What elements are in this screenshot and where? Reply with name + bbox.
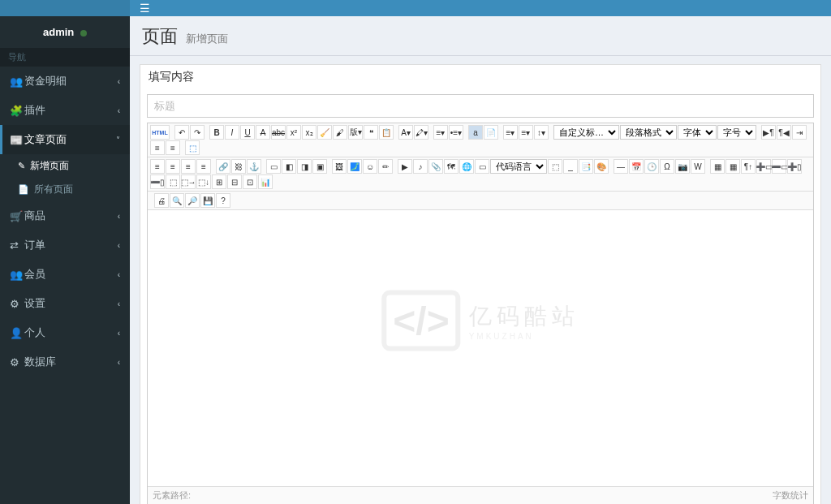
autotypeset-button[interactable]: 版▾ (348, 125, 363, 140)
print-button[interactable]: 🖨 (154, 193, 169, 208)
sidebar-item-orders[interactable]: ⇄ 订单 ‹ (0, 230, 130, 260)
fontborder-button[interactable]: A (256, 125, 270, 140)
superscript-button[interactable]: x² (286, 125, 301, 140)
splittocells-button[interactable]: ⊞ (212, 174, 226, 189)
sidebar-item-database[interactable]: ⚙ 数据库 ‹ (0, 347, 130, 377)
sidebar-subitem-new-page[interactable]: ✎ 新增页面 (0, 154, 130, 178)
code-language-select[interactable]: 代码语言 (490, 159, 547, 174)
lineheight-button[interactable]: ↕▾ (534, 125, 549, 140)
date-button[interactable]: 📅 (629, 159, 644, 174)
blockquote-button[interactable]: ❝ (364, 125, 378, 140)
selectall-button[interactable]: a (468, 125, 483, 140)
snapscreen-button[interactable]: 📷 (675, 159, 690, 174)
underline-button[interactable]: U (240, 125, 255, 140)
emotion-button[interactable]: ☺ (363, 159, 377, 174)
word-count[interactable]: 字数统计 (773, 489, 808, 502)
unlink-button[interactable]: ⛓ (231, 159, 246, 174)
subscript-button[interactable]: x₂ (302, 125, 316, 140)
bold-button[interactable]: B (209, 125, 224, 140)
insertframe-button[interactable]: ▭ (475, 159, 489, 174)
music-button[interactable]: ♪ (413, 159, 428, 174)
pasteplain-button[interactable]: 📋 (379, 125, 394, 140)
preview-button[interactable]: 🔍 (170, 193, 184, 208)
pagebreak-button[interactable]: ⎯ (563, 159, 578, 174)
mergecells-button[interactable]: ⬚ (166, 174, 180, 189)
sidebar-item-funds[interactable]: 👥 资金明细 ‹ (0, 67, 130, 96)
insertrow-button[interactable]: ➕▭ (756, 159, 771, 174)
indent-button[interactable]: ⇥ (792, 125, 807, 140)
forecolor-button[interactable]: A▾ (398, 125, 413, 140)
link-button[interactable]: 🔗 (216, 159, 230, 174)
image-left-button[interactable]: ◧ (282, 159, 296, 174)
dir-rtl-button[interactable]: ¶◀ (777, 125, 791, 140)
html-source-button[interactable]: HTML (150, 125, 170, 140)
deletetable-button[interactable]: ▦ (726, 159, 740, 174)
editor-canvas[interactable]: </> 亿码酷站 YMKUZHAN (148, 210, 813, 486)
align-center-button[interactable]: ≡ (166, 159, 180, 174)
ordered-list-button[interactable]: ≡▾ (433, 125, 448, 140)
redo-button[interactable]: ↷ (190, 125, 205, 140)
paragraph-format-select[interactable]: 段落格式 (620, 125, 677, 140)
unordered-list-button[interactable]: •≡▾ (449, 125, 463, 140)
splittorows-button[interactable]: ⊟ (227, 174, 242, 189)
spechars-button[interactable]: Ω (660, 159, 674, 174)
image-none-button[interactable]: ▭ (266, 159, 281, 174)
rowspacing-bottom-button[interactable]: ≡▾ (519, 125, 533, 140)
charts-button[interactable]: 📊 (258, 174, 273, 189)
strikethrough-button[interactable]: abc (271, 125, 286, 140)
insert-image-button[interactable]: 🖼 (332, 159, 347, 174)
custom-style-select[interactable]: 自定义标… (553, 125, 619, 140)
background-button[interactable]: 🎨 (594, 159, 609, 174)
hamburger-icon[interactable]: ☰ (140, 2, 150, 15)
align-left-button[interactable]: ≡ (150, 140, 165, 155)
help-button[interactable]: ? (216, 193, 230, 208)
time-button[interactable]: 🕒 (644, 159, 659, 174)
wordimage-button[interactable]: W (691, 159, 705, 174)
gmap-button[interactable]: 🌐 (459, 159, 474, 174)
sidebar-item-settings[interactable]: ⚙ 设置 ‹ (0, 289, 130, 318)
drafts-button[interactable]: 💾 (200, 193, 215, 208)
sidebar-item-members[interactable]: 👥 会员 ‹ (0, 260, 130, 289)
sidebar-item-pages[interactable]: 📰 文章页面 ˅ (0, 125, 130, 154)
sidebar-item-plugins[interactable]: 🧩 插件 ‹ (0, 96, 130, 125)
align-right-button[interactable]: ≡ (181, 159, 196, 174)
mergedown-button[interactable]: ⬚↓ (196, 174, 211, 189)
template-button[interactable]: 📑 (579, 159, 593, 174)
sidebar-subitem-all-pages[interactable]: 📄 所有页面 (0, 178, 130, 201)
touppercase-button[interactable]: ⬚ (185, 140, 200, 155)
multi-image-button[interactable]: 🗾 (347, 159, 362, 174)
italic-button[interactable]: I (225, 125, 239, 140)
cleardoc-button[interactable]: 📄 (484, 125, 498, 140)
searchreplace-button[interactable]: 🔎 (185, 193, 200, 208)
webapp-button[interactable]: ⬚ (548, 159, 562, 174)
format-match-button[interactable]: 🖌 (333, 125, 347, 140)
scrawl-button[interactable]: ✏ (378, 159, 393, 174)
insertcol-button[interactable]: ➕▯ (787, 159, 802, 174)
insertparagraphbefore-button[interactable]: ¶↑ (741, 159, 756, 174)
map-button[interactable]: 🗺 (444, 159, 459, 174)
font-size-select[interactable]: 字号 (717, 125, 756, 140)
anchor-button[interactable]: ⚓ (247, 159, 261, 174)
sidebar-item-profile[interactable]: 👤 个人 ‹ (0, 318, 130, 347)
rowspacing-top-button[interactable]: ≡▾ (503, 125, 518, 140)
undo-button[interactable]: ↶ (174, 125, 189, 140)
mergeright-button[interactable]: ⬚→ (181, 174, 196, 189)
horizontal-button[interactable]: — (614, 159, 628, 174)
sidebar-item-products[interactable]: 🛒 商品 ‹ (0, 201, 130, 230)
backcolor-button[interactable]: 🖍▾ (414, 125, 428, 140)
image-center-button[interactable]: ▣ (312, 159, 327, 174)
insert-video-button[interactable]: ▶ (398, 159, 412, 174)
dir-ltr-button[interactable]: ▶¶ (761, 125, 776, 140)
align-left-button[interactable]: ≡ (150, 159, 165, 174)
splittocols-button[interactable]: ⊡ (243, 174, 257, 189)
deletecol-button[interactable]: ➖▯ (150, 174, 165, 189)
title-input[interactable] (147, 94, 814, 118)
align-justify-button[interactable]: ≡ (196, 159, 211, 174)
image-right-button[interactable]: ◨ (297, 159, 312, 174)
attachment-button[interactable]: 📎 (428, 159, 443, 174)
inserttable-button[interactable]: ▦ (710, 159, 725, 174)
font-family-select[interactable]: 字体 (678, 125, 717, 140)
align-right-button[interactable]: ≡ (166, 140, 180, 155)
remove-format-button[interactable]: 🧹 (317, 125, 332, 140)
deleterow-button[interactable]: ➖▭ (772, 159, 786, 174)
